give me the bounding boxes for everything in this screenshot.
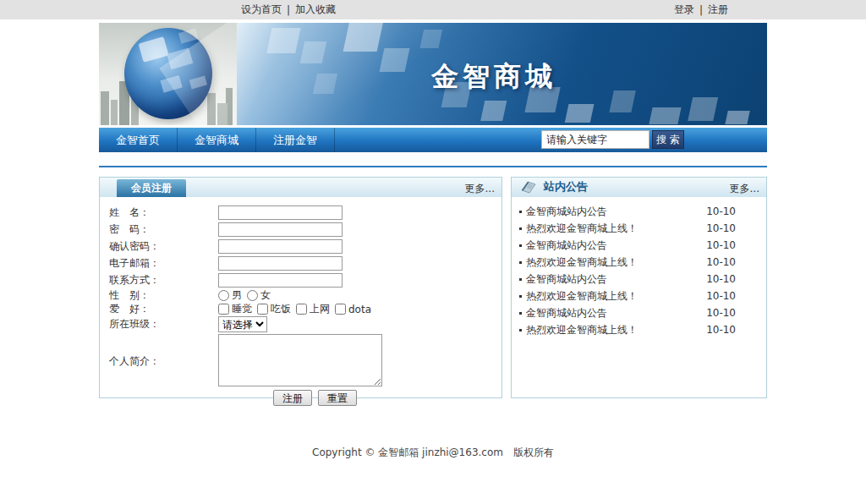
confirm-password-field[interactable] xyxy=(218,239,343,254)
hobby-label: 爱 好： xyxy=(100,302,218,316)
hobby-option-eat: 吃饭 xyxy=(257,302,291,316)
notice-title[interactable]: 热烈欢迎金智商城上线！ xyxy=(526,289,706,304)
tab-member-register[interactable]: 会员注册 xyxy=(117,179,186,197)
form-row-intro: 个人简介： xyxy=(100,334,502,386)
topbar-left-links: 设为首页 | 加入收藏 xyxy=(241,3,336,17)
notice-date: 10-10 xyxy=(706,273,736,285)
register-panel-header: 会员注册 更多... xyxy=(100,178,502,197)
name-label: 姓 名： xyxy=(100,205,218,220)
notice-title[interactable]: 金智商城站内公告 xyxy=(526,306,706,320)
register-panel: 会员注册 更多... 姓 名： 密 码： 确认密码： 电子邮箱： xyxy=(99,177,502,398)
notice-date: 10-10 xyxy=(706,256,736,268)
form-row-gender: 性 别： 男 女 xyxy=(100,289,502,302)
hobby-eat-label: 吃饭 xyxy=(271,302,291,316)
hobby-checkbox-internet[interactable] xyxy=(296,304,307,315)
topbar-separator: | xyxy=(699,4,703,16)
top-utility-bar: 设为首页 | 加入收藏 登录 | 注册 xyxy=(0,0,866,19)
register-link[interactable]: 注册 xyxy=(708,3,728,17)
notice-panel-title: 站内公告 xyxy=(544,179,588,194)
notice-list: 金智商城站内公告 10-10 热烈欢迎金智商城上线！ 10-10 金智商城站内公… xyxy=(512,197,766,338)
email-field[interactable] xyxy=(218,256,343,271)
contact-label: 联系方式： xyxy=(100,273,218,288)
hobby-option-dota: dota xyxy=(335,304,371,315)
nav-item-mall[interactable]: 金智商城 xyxy=(178,128,256,152)
main-nav: 金智首页 金智商城 注册金智 搜 索 xyxy=(99,128,767,152)
topbar-right-links: 登录 | 注册 xyxy=(674,3,728,17)
notice-title[interactable]: 热烈欢迎金智商城上线！ xyxy=(526,255,706,270)
bullet-icon xyxy=(519,227,522,230)
hobby-checkbox-dota[interactable] xyxy=(335,304,346,315)
footer-copyright: Copyright © 金智邮箱 jinzhi@163.com 版权所有 xyxy=(99,446,767,460)
notice-title[interactable]: 金智商城站内公告 xyxy=(526,272,706,287)
gender-label: 性 别： xyxy=(100,288,218,303)
notice-more-link[interactable]: 更多... xyxy=(730,182,759,196)
notice-panel: 站内公告 更多... 金智商城站内公告 10-10 热烈欢迎金智商城上线！ 10… xyxy=(511,177,767,398)
bullet-icon xyxy=(519,329,522,331)
notice-date: 10-10 xyxy=(706,239,736,251)
site-title: 金智商城 xyxy=(431,58,556,96)
hobby-dota-label: dota xyxy=(348,304,371,315)
password-field[interactable] xyxy=(218,222,343,237)
gender-option-female: 女 xyxy=(247,288,271,303)
notice-date: 10-10 xyxy=(706,222,736,234)
notice-item[interactable]: 金智商城站内公告 10-10 xyxy=(512,237,766,254)
search-button[interactable]: 搜 索 xyxy=(652,130,684,149)
hobby-internet-label: 上网 xyxy=(310,302,330,316)
notice-date: 10-10 xyxy=(706,290,736,302)
class-label: 所在班级： xyxy=(100,317,218,331)
search-bar: 搜 索 xyxy=(541,130,684,149)
form-row-confirm-password: 确认密码： xyxy=(100,238,502,255)
set-home-link[interactable]: 设为首页 xyxy=(241,3,282,17)
gender-radio-male[interactable] xyxy=(218,290,229,301)
notice-title[interactable]: 热烈欢迎金智商城上线！ xyxy=(526,222,706,236)
gender-option-male: 男 xyxy=(218,288,242,303)
notice-panel-header: 站内公告 更多... xyxy=(512,178,766,197)
register-form: 姓 名： 密 码： 确认密码： 电子邮箱： 联系方式： xyxy=(100,197,502,406)
notice-date: 10-10 xyxy=(706,324,736,336)
topbar-separator: | xyxy=(287,4,290,16)
login-link[interactable]: 登录 xyxy=(674,3,694,17)
notice-item[interactable]: 金智商城站内公告 10-10 xyxy=(512,271,766,288)
intro-textarea[interactable] xyxy=(218,334,382,386)
notice-item[interactable]: 金智商城站内公告 10-10 xyxy=(512,203,766,220)
gender-female-label: 女 xyxy=(260,288,271,303)
nav-item-register[interactable]: 注册金智 xyxy=(256,128,335,152)
notice-item[interactable]: 热烈欢迎金智商城上线！ 10-10 xyxy=(512,321,766,338)
notice-title[interactable]: 金智商城站内公告 xyxy=(526,238,706,253)
password-label: 密 码： xyxy=(100,222,218,237)
add-favorite-link[interactable]: 加入收藏 xyxy=(295,3,336,17)
register-more-link[interactable]: 更多... xyxy=(465,182,495,196)
nav-item-home[interactable]: 金智首页 xyxy=(99,128,178,152)
bullet-icon xyxy=(519,312,522,315)
notice-item[interactable]: 热烈欢迎金智商城上线！ 10-10 xyxy=(512,254,766,271)
hobby-checkbox-sleep[interactable] xyxy=(218,304,229,315)
notice-panel-title-wrap: 站内公告 xyxy=(520,179,588,194)
notice-item[interactable]: 热烈欢迎金智商城上线！ 10-10 xyxy=(512,288,766,304)
site-banner: 金智商城 xyxy=(99,23,767,125)
intro-label: 个人简介： xyxy=(100,334,218,386)
bullet-icon xyxy=(519,261,522,264)
gender-radio-female[interactable] xyxy=(247,290,258,301)
form-row-name: 姓 名： xyxy=(100,205,502,221)
hobby-option-sleep: 睡觉 xyxy=(218,302,252,316)
form-row-password: 密 码： xyxy=(100,222,502,238)
notebook-icon xyxy=(520,180,537,194)
notice-title[interactable]: 金智商城站内公告 xyxy=(526,205,706,219)
notice-item[interactable]: 金智商城站内公告 10-10 xyxy=(512,304,766,321)
hobby-checkbox-eat[interactable] xyxy=(257,304,268,315)
banner-blue-graphic: 金智商城 xyxy=(237,23,767,125)
bullet-icon xyxy=(519,211,522,213)
notice-title[interactable]: 热烈欢迎金智商城上线！ xyxy=(526,323,706,337)
form-row-hobby: 爱 好： 睡觉 吃饭 上网 dota xyxy=(100,303,502,315)
form-row-contact: 联系方式： xyxy=(100,272,502,288)
search-input[interactable] xyxy=(541,130,650,149)
contact-field[interactable] xyxy=(218,273,343,288)
register-submit-button[interactable]: 注册 xyxy=(273,390,312,406)
class-select[interactable]: 请选择 xyxy=(218,316,267,332)
bullet-icon xyxy=(519,278,522,281)
register-reset-button[interactable]: 重置 xyxy=(318,390,357,406)
name-field[interactable] xyxy=(218,205,343,220)
notice-item[interactable]: 热烈欢迎金智商城上线！ 10-10 xyxy=(512,220,766,237)
notice-date: 10-10 xyxy=(706,205,736,217)
content-panels: 会员注册 更多... 姓 名： 密 码： 确认密码： 电子邮箱： xyxy=(99,177,767,398)
